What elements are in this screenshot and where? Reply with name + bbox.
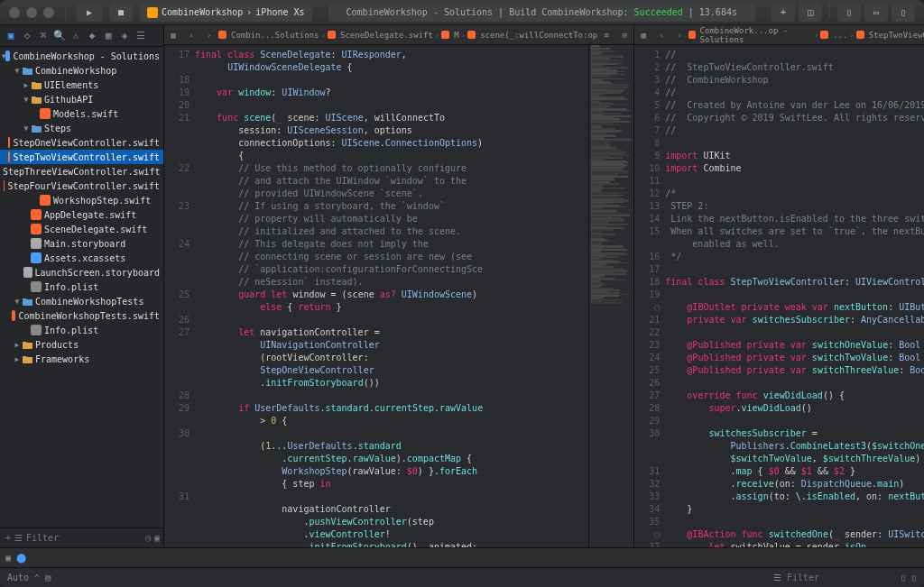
tree-row[interactable]: Info.plist [0, 280, 163, 294]
jumpbar-segment[interactable]: StepTwoViewController.swift [856, 31, 924, 40]
auto-label[interactable]: Auto [7, 573, 29, 582]
tree-row[interactable]: WorkshopStep.swift [0, 193, 163, 207]
tree-row[interactable]: StepFourViewController.swift [0, 179, 163, 193]
issue-nav-tab[interactable]: ⚠ [69, 29, 83, 43]
navigator-filter-bar: + ☰ ◷ ▣ [0, 527, 163, 547]
tree-row[interactable]: ▼Steps [0, 121, 163, 135]
tree-row[interactable]: CombineWorkshopTests.swift [0, 308, 163, 323]
jumpbar-segment[interactable]: Combin...Solutions [218, 31, 319, 40]
tree-row[interactable]: Models.swift [0, 106, 163, 121]
toggle-debug[interactable]: ▭ [864, 4, 888, 22]
jumpbar-segment[interactable]: CombineWork...op - Solutions [688, 26, 811, 44]
project-nav-tab[interactable]: ▣ [4, 29, 18, 43]
jumpbar-right[interactable]: ▦ ‹ › CombineWork...op - Solutions›...›S… [634, 25, 924, 45]
tree-row[interactable]: ▶Products [0, 337, 163, 352]
navigator-panel: ▣ ◇ ⌘ 🔍 ⚠ ◆ ▦ ◈ ☰ ▼CombineWorkshop - Sol… [0, 25, 164, 547]
add-editor[interactable]: ⊞ [615, 31, 633, 40]
main-area: ▣ ◇ ⌘ 🔍 ⚠ ◆ ▦ ◈ ☰ ▼CombineWorkshop - Sol… [0, 25, 924, 547]
jumpbar-segment[interactable]: ... [820, 31, 847, 40]
status-action: Build CombineWorkshop: [509, 7, 628, 17]
line-gutter[interactable]: 1 2 3 4 5 6 7 8 9 10 11 12 13 14 15 16 1… [634, 45, 665, 547]
debug-nav-tab[interactable]: ▦ [101, 29, 116, 43]
tree-label: Assets.xcassets [44, 253, 125, 263]
scheme-selector[interactable]: CombineWorkshop › iPhone Xs [140, 4, 312, 22]
run-button[interactable]: ▶ [77, 4, 102, 22]
tree-label: CombineWorkshopTests.swift [18, 311, 160, 321]
library-button[interactable]: ◫ [799, 4, 822, 22]
tree-row[interactable]: Assets.xcassets [0, 251, 163, 265]
tree-label: CombineWorkshop - Solutions [13, 51, 160, 61]
tree-row[interactable]: StepTwoViewController.swift [0, 150, 163, 164]
tree-row[interactable]: ▶UIElements [0, 78, 163, 92]
tree-row[interactable]: Main.storyboard [0, 236, 163, 251]
filter-input[interactable] [26, 533, 142, 543]
jumpbar-segment[interactable]: SceneDelegate.swift [328, 31, 433, 40]
stop-button[interactable]: ■ [109, 4, 133, 22]
stepper-icon[interactable]: ⌃ [34, 573, 40, 582]
project-tree[interactable]: ▼CombineWorkshop - Solutions▼CombineWork… [0, 47, 163, 527]
tree-label: Main.storyboard [44, 239, 125, 249]
related-items[interactable]: ▦ [164, 31, 182, 40]
tree-label: StepTwoViewController.swift [13, 152, 160, 162]
tree-row[interactable]: StepThreeViewController.swift [0, 164, 163, 179]
debug-toggle-icon[interactable]: ▣ [5, 553, 11, 563]
tree-label: AppDelegate.swift [44, 210, 136, 220]
recent-icon[interactable]: ◷ [145, 533, 151, 543]
minimap[interactable] [588, 45, 633, 547]
report-nav-tab[interactable]: ☰ [134, 29, 148, 43]
code-text[interactable]: final class SceneDelegate: UIResponder, … [195, 45, 588, 547]
related-items[interactable]: ▦ [634, 31, 652, 40]
console-filter-input[interactable] [787, 573, 895, 582]
app-icon [147, 7, 158, 18]
tree-label: SceneDelegate.swift [44, 225, 147, 234]
tree-row[interactable]: ▼CombineWorkshop - Solutions [0, 49, 163, 63]
jumpbar-segment[interactable]: M [441, 31, 458, 40]
filter-icon: ☰ [14, 533, 23, 543]
source-control-nav-tab[interactable]: ◇ [20, 29, 34, 43]
status-project: CombineWorkshop - Solutions [346, 7, 494, 17]
tree-row[interactable]: ▼CombineWorkshopTests [0, 294, 163, 308]
symbol-nav-tab[interactable]: ⌘ [36, 29, 51, 43]
add-editor-button[interactable]: + [772, 4, 795, 22]
tree-row[interactable]: ▼CombineWorkshop [0, 63, 163, 78]
close-window[interactable] [9, 7, 20, 18]
toggle-navigator[interactable]: ▯ [837, 4, 861, 22]
window-controls [9, 7, 54, 18]
toggle-inspector[interactable]: ▯ [892, 4, 915, 22]
tree-row[interactable]: StepOneViewController.swift [0, 135, 163, 150]
jumpbar-left[interactable]: ▦ ‹ › Combin...Solutions›SceneDelegate.s… [164, 25, 633, 45]
line-wrap-icon[interactable]: ▤ [45, 573, 51, 582]
tree-label: Info.plist [44, 282, 98, 292]
forward-button[interactable]: › [200, 31, 218, 40]
back-button[interactable]: ‹ [182, 31, 200, 40]
breakpoint-nav-tab[interactable]: ◈ [117, 29, 132, 43]
tree-row[interactable]: AppDelegate.swift [0, 207, 163, 222]
toolbar-right: + ◫ ▯ ▭ ▯ [772, 4, 915, 22]
tree-row[interactable]: ▼GithubAPI [0, 92, 163, 106]
tree-label: StepThreeViewController.swift [3, 167, 161, 177]
jumpbar-path[interactable]: Combin...Solutions›SceneDelegate.swift›M… [218, 31, 597, 40]
add-target-button[interactable]: + [5, 533, 11, 543]
jumpbar-path[interactable]: CombineWork...op - Solutions›...›StepTwo… [688, 26, 924, 44]
minimize-window[interactable] [26, 7, 37, 18]
breakpoint-toggle[interactable]: ⬤ [16, 553, 26, 563]
tree-row[interactable]: SceneDelegate.swift [0, 222, 163, 236]
find-nav-tab[interactable]: 🔍 [52, 29, 67, 43]
test-nav-tab[interactable]: ◆ [85, 29, 99, 43]
tree-row[interactable]: ▶Frameworks [0, 352, 163, 366]
zoom-window[interactable] [43, 7, 54, 18]
filter-icon: ☰ [773, 573, 781, 582]
forward-button[interactable]: › [670, 31, 688, 40]
scm-icon[interactable]: ▣ [154, 533, 160, 543]
editor-options[interactable]: ≡ [597, 31, 615, 40]
clear-button[interactable]: ▯ [901, 573, 906, 582]
jumpbar-segment[interactable]: scene(_:willConnectTo:options:) [467, 31, 597, 40]
line-gutter[interactable]: 17 18 19 20 21 22 23 24 25 26 27 28 29 3… [164, 45, 195, 547]
tree-row[interactable]: LaunchScreen.storyboard [0, 265, 163, 280]
code-panel-right: 1 2 3 4 5 6 7 8 9 10 11 12 13 14 15 16 1… [634, 45, 924, 547]
chevron-right-icon: › [246, 7, 252, 17]
console-toggle[interactable]: ▯ [911, 573, 917, 582]
tree-row[interactable]: Info.plist [0, 323, 163, 337]
code-text[interactable]: // // StepTwoViewController.swift // Com… [665, 45, 924, 547]
back-button[interactable]: ‹ [652, 31, 670, 40]
